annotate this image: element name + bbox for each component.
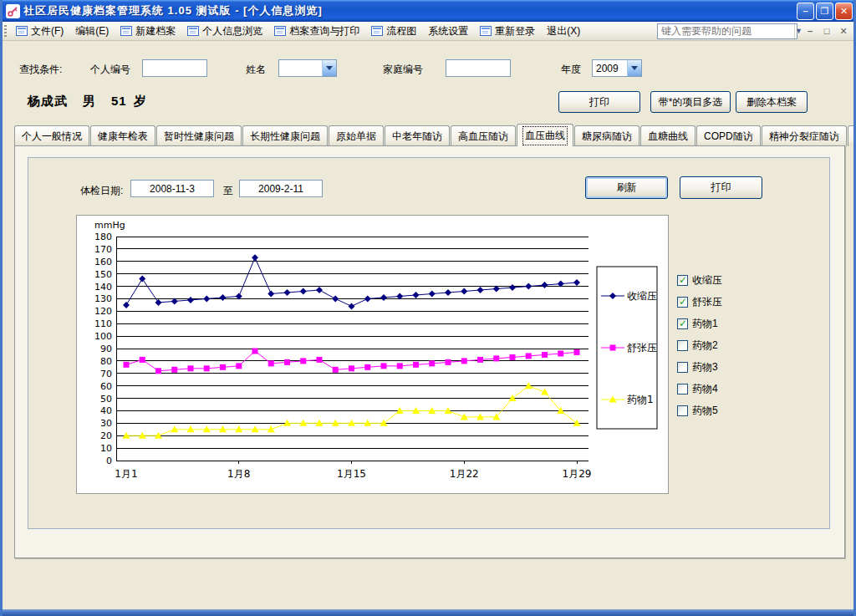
tab-label: 中老年随访	[392, 130, 442, 144]
tab-中老年随访[interactable]: 中老年随访	[385, 125, 450, 146]
menu-item[interactable]: 新建档案	[115, 23, 181, 40]
help-search-input[interactable]	[658, 25, 794, 37]
date-from-input[interactable]	[130, 180, 214, 197]
year-label: 年度	[561, 63, 581, 77]
window-title: 社区居民健康档案管理系统 1.05 测试版 - [个人信息浏览]	[23, 3, 797, 18]
menu-item-label: 流程图	[386, 24, 416, 38]
tab-健康年检表[interactable]: 健康年检表	[90, 125, 155, 146]
checkbox-checked-icon[interactable]	[677, 318, 688, 329]
tab-COPD随访[interactable]: COPD随访	[696, 125, 761, 146]
year-combobox-value: 2009	[593, 63, 627, 74]
form-icon	[16, 26, 28, 36]
restore-button[interactable]: ❐	[816, 3, 833, 20]
tab-长期性健康问题[interactable]: 长期性健康问题	[242, 125, 328, 146]
checkbox-药物4[interactable]: 药物4	[677, 378, 722, 400]
tab-strip: 个人一般情况健康年检表暂时性健康问题长期性健康问题原始单据中老年随访高血压随访血…	[14, 124, 850, 146]
menu-item[interactable]: 重新登录	[474, 23, 541, 40]
checkbox-药物2[interactable]: 药物2	[677, 334, 722, 356]
menu-item[interactable]: 退出(X)	[541, 23, 586, 40]
tab-原始单据[interactable]: 原始单据	[329, 125, 384, 146]
menu-item-label: 退出(X)	[547, 24, 580, 38]
tab-label: 糖尿病随访	[582, 130, 632, 144]
checkbox-checked-icon[interactable]	[677, 275, 688, 286]
menu-item-label: 档案查询与打印	[289, 24, 359, 38]
name-combobox[interactable]	[278, 59, 337, 77]
tab-糖尿病随访[interactable]: 糖尿病随访	[574, 125, 639, 146]
svg-text:160: 160	[94, 257, 112, 267]
print-record-button[interactable]: 打印	[558, 91, 640, 113]
personal-id-input[interactable]	[142, 59, 207, 77]
checkbox-药物1[interactable]: 药物1	[677, 313, 722, 334]
svg-text:100: 100	[94, 331, 112, 342]
svg-text:1月29: 1月29	[563, 468, 592, 480]
menu-item-label: 重新登录	[495, 24, 535, 38]
svg-text:80: 80	[100, 356, 112, 367]
tab-血糖曲线[interactable]: 血糖曲线	[640, 125, 696, 146]
tab-高血压随访[interactable]: 高血压随访	[451, 125, 516, 146]
chevron-down-icon[interactable]: ▼	[794, 24, 802, 38]
toolbar-grip-icon[interactable]	[4, 25, 7, 38]
tab-label: COPD随访	[704, 130, 753, 144]
svg-text:药物1: 药物1	[627, 394, 654, 405]
tab-个人一般情况[interactable]: 个人一般情况	[14, 125, 89, 146]
minimize-button[interactable]: –	[797, 3, 814, 20]
checkbox-unchecked-icon[interactable]	[677, 362, 688, 373]
chart-svg: 0102030405060708090100110120130140150160…	[77, 216, 668, 493]
menu-item[interactable]: 流程图	[365, 23, 422, 40]
svg-text:110: 110	[94, 318, 112, 329]
chevron-down-icon[interactable]	[627, 60, 641, 76]
svg-text:170: 170	[94, 244, 112, 255]
svg-text:70: 70	[100, 369, 112, 379]
mdi-close-button[interactable]: ✕	[838, 26, 849, 37]
tab-label: 原始单据	[336, 130, 376, 144]
checkbox-药物3[interactable]: 药物3	[677, 356, 722, 378]
tab-结核病随访[interactable]: 结核病随访	[848, 125, 856, 146]
svg-text:140: 140	[94, 282, 112, 293]
checkbox-label: 收缩压	[692, 273, 722, 288]
svg-text:1月8: 1月8	[227, 468, 250, 480]
checkbox-label: 药物1	[692, 317, 718, 331]
menu-item[interactable]: 文件(F)	[10, 23, 69, 40]
svg-text:130: 130	[94, 293, 112, 304]
mdi-minimize-button[interactable]: –	[804, 26, 816, 37]
checkbox-收缩压[interactable]: 收缩压	[677, 269, 722, 291]
family-id-input[interactable]	[446, 59, 511, 77]
tab-label: 健康年检表	[98, 130, 148, 144]
menu-item[interactable]: 系统设置	[422, 23, 474, 40]
multi-select-button[interactable]: 带*的项目多选	[650, 91, 731, 113]
help-search-box[interactable]: ▼	[657, 23, 797, 39]
mdi-restore-button[interactable]: □	[821, 26, 833, 37]
checkbox-label: 舒张压	[692, 295, 722, 309]
menu-bar: 文件(F)编辑(E)新建档案个人信息浏览档案查询与打印流程图系统设置重新登录退出…	[0, 22, 856, 41]
refresh-button[interactable]: 刷新	[585, 176, 668, 199]
svg-text:30: 30	[100, 418, 112, 429]
date-to-input[interactable]	[239, 180, 323, 197]
checkbox-unchecked-icon[interactable]	[677, 405, 688, 416]
search-criteria-label: 查找条件:	[19, 63, 62, 77]
patient-gender: 男	[83, 94, 96, 108]
tab-血压曲线[interactable]: 血压曲线	[517, 124, 573, 146]
year-combobox[interactable]: 2009	[592, 59, 642, 77]
form-icon	[120, 26, 132, 36]
tab-label: 暂时性健康问题	[164, 130, 234, 144]
print-chart-button[interactable]: 打印	[680, 176, 762, 199]
family-id-label: 家庭编号	[383, 63, 423, 77]
menu-item-label: 个人信息浏览	[202, 24, 262, 38]
checkbox-药物5[interactable]: 药物5	[677, 400, 722, 421]
menu-item[interactable]: 个人信息浏览	[181, 23, 268, 40]
tab-精神分裂症随访[interactable]: 精神分裂症随访	[762, 125, 847, 146]
menu-item[interactable]: 编辑(E)	[69, 23, 115, 40]
form-icon	[480, 26, 492, 36]
form-icon	[187, 26, 199, 36]
close-button[interactable]: ✕	[835, 3, 853, 20]
tab-暂时性健康问题[interactable]: 暂时性健康问题	[156, 125, 242, 146]
tab-label: 血糖曲线	[648, 130, 688, 144]
delete-record-button[interactable]: 删除本档案	[736, 91, 808, 113]
checkbox-checked-icon[interactable]	[677, 297, 688, 308]
checkbox-unchecked-icon[interactable]	[677, 340, 688, 351]
checkbox-舒张压[interactable]: 舒张压	[677, 291, 722, 313]
chevron-down-icon[interactable]	[322, 60, 336, 76]
svg-text:20: 20	[100, 430, 112, 441]
menu-item[interactable]: 档案查询与打印	[268, 23, 365, 40]
checkbox-unchecked-icon[interactable]	[677, 384, 688, 395]
